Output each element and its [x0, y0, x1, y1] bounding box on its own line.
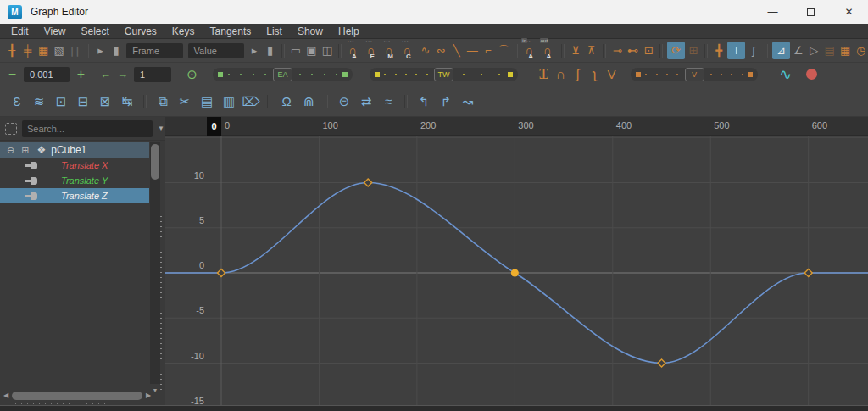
free-tangent-weight-icon[interactable]: ⊸ — [610, 42, 624, 59]
minimize-button[interactable]: — — [754, 0, 792, 24]
chevron-down-icon[interactable]: ▼ — [158, 125, 164, 132]
menu-keys[interactable]: Keys — [164, 25, 203, 37]
v-shape-icon[interactable]: V — [604, 66, 619, 83]
resample-curve-icon[interactable]: ⊡ — [53, 93, 70, 110]
frame-playback-icon[interactable]: ▣ — [304, 42, 318, 59]
delete-keys-icon[interactable]: ⌦ — [242, 93, 259, 110]
move-key-right-icon[interactable]: → — [115, 66, 130, 83]
move-manipulator-icon[interactable]: ╋ — [712, 42, 726, 59]
spline-tangent-icon[interactable]: ∿ — [419, 42, 432, 59]
tweak-slider[interactable]: TW — [370, 68, 518, 81]
menu-select[interactable]: Select — [73, 25, 116, 37]
channel-translate-y[interactable]: Translate Y — [0, 173, 149, 188]
flat-tangent-icon[interactable]: — — [465, 42, 479, 59]
plateau-tangent-icon[interactable]: ⌒ — [497, 42, 510, 59]
simplify-curve-icon[interactable]: ≋ — [31, 93, 47, 110]
delete-static-channels-icon[interactable]: ⊟ — [75, 93, 92, 110]
fixed-out-tangent-icon[interactable]: ∩Aout — [541, 42, 557, 60]
scroll-left-arrow-icon[interactable]: ◀ — [2, 392, 10, 399]
menu-show[interactable]: Show — [290, 25, 331, 37]
time-ruler[interactable]: 0 0100200300400500600 — [165, 117, 868, 136]
auto-mix-tangent-icon[interactable]: ∩M — [382, 42, 398, 60]
paste-keys-icon[interactable]: ▤ — [198, 93, 215, 110]
stat-bar2-icon[interactable]: ▮ — [263, 42, 276, 59]
bake-channel-icon[interactable]: ↹ — [119, 93, 136, 110]
value-decrement-icon[interactable]: − — [5, 66, 19, 83]
ghost-view-icon[interactable]: ▤ — [823, 42, 837, 59]
euler-filter-icon[interactable]: Ɛ — [8, 93, 25, 110]
maximize-button[interactable] — [792, 0, 830, 24]
value-increment-icon[interactable]: + — [74, 66, 88, 83]
stat-bar-icon[interactable]: ▮ — [109, 42, 123, 59]
region-select-keys-icon[interactable]: ▧ — [52, 42, 65, 59]
stepped-shape-icon[interactable]: Ɪ — [537, 66, 551, 83]
lock-keys-icon[interactable]: ⊡ — [642, 42, 655, 59]
panel-splitter-handle[interactable] — [160, 216, 162, 390]
dope-sheet-icon[interactable]: ▦ — [838, 42, 852, 59]
copy-keys-icon[interactable]: ⧉ — [154, 93, 171, 110]
overshoot-slider[interactable]: V — [631, 68, 758, 81]
close-button[interactable]: ✕ — [830, 0, 868, 24]
buffer-swap-icon[interactable]: ⇄ — [358, 93, 375, 110]
move-key-left-icon[interactable]: ← — [98, 66, 113, 83]
snap-time-icon[interactable]: ⋒ — [300, 93, 317, 110]
lattice-deform-keys-icon[interactable]: ▦ — [36, 42, 50, 59]
pre-post-infinity-icon[interactable]: ≈ — [380, 93, 397, 110]
keyframe[interactable] — [658, 359, 665, 367]
menu-tangents[interactable]: Tangents — [203, 25, 259, 37]
ease-slider[interactable]: EA — [213, 68, 353, 81]
keyframe[interactable] — [364, 179, 372, 186]
keyframe[interactable] — [217, 269, 225, 276]
keyframe-selected[interactable] — [511, 269, 519, 277]
channel-translate-x[interactable]: Translate X — [0, 158, 149, 173]
menu-list[interactable]: List — [259, 25, 290, 37]
stat-arrow-icon[interactable]: ▸ — [93, 42, 107, 59]
ruler-icon[interactable]: ʃ — [747, 42, 760, 59]
auto-custom-tangent-icon[interactable]: ∩C — [400, 42, 416, 60]
channel-translate-z[interactable]: Translate Z — [0, 188, 149, 203]
filter-icon[interactable] — [5, 123, 17, 135]
insert-keys-tool-icon[interactable]: ╪ — [20, 42, 34, 59]
horizontal-scrollbar[interactable]: ◀ ▶ — [2, 390, 153, 401]
step-tangent-icon[interactable]: ⌐ — [481, 42, 494, 59]
stat-arrow2-icon[interactable]: ▸ — [248, 42, 261, 59]
frame-stat-field[interactable]: Frame — [126, 43, 182, 58]
search-input[interactable] — [22, 120, 153, 137]
tree-node-pcube1[interactable]: ⊖⊞❖pCube1 — [0, 142, 149, 158]
expand-icon[interactable]: ⊞ — [21, 145, 29, 156]
buffer-snapshot-icon[interactable]: ⊜ — [336, 93, 353, 110]
menu-view[interactable]: View — [36, 25, 74, 37]
filter-curves-icon[interactable]: ⊠ — [97, 93, 114, 110]
remove-key-tool-icon[interactable]: ↱ — [437, 93, 454, 110]
collapse-icon[interactable]: ⊖ — [7, 145, 14, 156]
cut-keys-icon[interactable]: ✂ — [176, 93, 193, 110]
add-key-tool-icon[interactable]: ↰ — [415, 93, 432, 110]
horizontal-scrollbar-thumb[interactable] — [12, 392, 142, 400]
vertical-scrollbar[interactable] — [150, 142, 160, 384]
normalized-view-icon[interactable]: ▷ — [807, 42, 821, 59]
reverse-s-shape-icon[interactable]: ʅ — [587, 66, 602, 83]
fixed-in-tangent-icon[interactable]: ∩Ain — [522, 42, 538, 60]
auto-ease-tangent-icon[interactable]: ∩E — [364, 42, 380, 60]
unify-tangents-icon[interactable]: ⊼ — [585, 42, 598, 59]
auto-key-icon[interactable]: ⊙ — [185, 66, 199, 83]
overshoot-slider-button[interactable]: V — [685, 68, 704, 81]
ease-slider-button[interactable]: EA — [273, 68, 292, 81]
snap-magnet-icon[interactable]: Ω — [278, 93, 295, 110]
menu-curves[interactable]: Curves — [117, 25, 164, 37]
move-keys-tool-icon[interactable]: ╂ — [5, 42, 19, 59]
lock-tangent-weight-icon[interactable]: ⊷ — [626, 42, 639, 59]
stacked-view-icon[interactable]: ∠ — [792, 42, 805, 59]
ghosting-icon[interactable]: ⊞ — [687, 42, 700, 59]
vertical-scrollbar-thumb[interactable] — [151, 144, 159, 180]
auto-frame-icon[interactable]: ⟳ — [667, 42, 684, 59]
keyframe[interactable] — [804, 269, 812, 276]
record-icon[interactable] — [806, 69, 817, 80]
arc-shape-icon[interactable]: ∩ — [554, 66, 568, 83]
current-frame-marker[interactable]: 0 — [207, 117, 221, 136]
s-curve-shape-icon[interactable]: ʃ — [570, 66, 585, 83]
frame-center-icon[interactable]: ◫ — [320, 42, 334, 59]
time-editor-icon[interactable]: ◷ — [854, 42, 867, 59]
smooth-curve-icon[interactable]: ∿ — [778, 66, 793, 83]
linear-tangent-icon[interactable]: ╲ — [450, 42, 464, 59]
